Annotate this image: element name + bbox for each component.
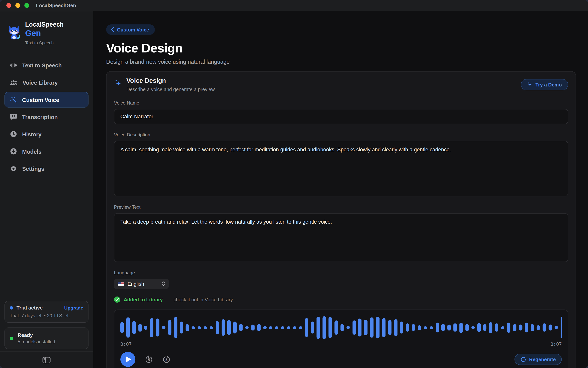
card-subtitle: Describe a voice and generate a preview	[126, 86, 521, 92]
upgrade-link[interactable]: Upgrade	[64, 305, 83, 311]
waveform-bar	[239, 324, 243, 331]
waveform-bar	[245, 326, 248, 329]
waveform-bar	[483, 324, 486, 331]
voice-description-label: Voice Description	[114, 132, 568, 138]
voice-name-input[interactable]	[114, 109, 568, 124]
waveform-bar	[471, 326, 475, 329]
waveform-bar	[144, 325, 147, 330]
sidebar-item-transcription[interactable]: Transcription	[4, 109, 88, 125]
engine-detail: 5 models installed	[18, 339, 55, 344]
waveform-bar	[442, 324, 445, 331]
waveform-bar	[382, 318, 385, 337]
waveform-bar	[120, 322, 124, 333]
preview-text-textarea[interactable]	[114, 213, 568, 262]
status-note: — check it out in Voice Library	[167, 297, 233, 302]
waveform-bar	[507, 322, 510, 333]
waveform-bar	[394, 319, 397, 336]
sidebar-item-settings[interactable]: Settings	[4, 161, 88, 177]
back-button[interactable]: Custom Voice	[106, 24, 155, 35]
language-value: English	[128, 281, 158, 287]
us-flag-icon	[118, 282, 124, 286]
play-icon	[125, 356, 132, 363]
audio-player: 0:07 0:07 5	[114, 310, 568, 368]
waveform-bar	[525, 322, 528, 332]
waveform-bar	[501, 326, 504, 329]
sidebar-item-history[interactable]: History	[4, 127, 88, 142]
waveform-bar	[352, 320, 356, 335]
skip-forward-5-button[interactable]: 5	[162, 355, 171, 363]
elapsed-time: 0:07	[120, 341, 132, 347]
regenerate-label: Regenerate	[529, 357, 556, 362]
regenerate-button[interactable]: Regenerate	[514, 354, 562, 365]
waveform-bar	[412, 324, 415, 331]
app-brand: LocalSpeech Gen Text to Speech	[0, 11, 93, 45]
zoom-window-button[interactable]	[24, 3, 29, 8]
magic-wand-icon	[10, 96, 17, 103]
waveform-bar	[358, 318, 362, 337]
waveform-bar	[186, 324, 189, 331]
sidebar-item-label: Text to Speech	[22, 62, 62, 69]
waveform-bar	[126, 317, 130, 338]
waveform-bar	[406, 323, 409, 331]
sidebar-item-text-to-speech[interactable]: Text to Speech	[4, 57, 88, 73]
waveform-bar	[436, 322, 439, 332]
waveform-bar	[459, 322, 463, 333]
waveform-bar	[549, 324, 552, 331]
close-window-button[interactable]	[6, 3, 11, 8]
waveform-bar	[376, 317, 379, 339]
titlebar: LocalSpeechGen	[0, 0, 588, 11]
brand-accent: Gen	[25, 28, 64, 38]
waveform-bar	[251, 324, 255, 331]
waveform-bar	[519, 324, 522, 331]
sidebar-nav: Text to Speech Voice Library Cus	[0, 57, 93, 177]
voice-description-textarea[interactable]	[114, 141, 568, 196]
sidebar-item-label: Models	[22, 148, 42, 155]
waveform-bar	[317, 316, 320, 339]
toggle-sidebar-icon[interactable]	[42, 357, 51, 363]
waveform-bar	[454, 323, 457, 331]
preview-text-label: Preview Text	[114, 205, 568, 210]
waveform-bar	[198, 326, 201, 329]
library-status-row: Added to Library — check it out in Voice…	[114, 296, 568, 303]
play-button[interactable]	[120, 352, 135, 367]
waveform-bar	[156, 318, 160, 337]
waveform-bar	[555, 326, 558, 329]
skip-back-5-button[interactable]: 5	[145, 355, 153, 363]
status-message: Added to Library	[124, 297, 163, 302]
waveform-bar	[346, 326, 350, 329]
waveform-bar	[495, 323, 498, 331]
sidebar-item-label: Voice Library	[23, 79, 58, 86]
waveform-bar	[281, 326, 284, 329]
waveform-bar	[275, 326, 278, 329]
refresh-icon	[521, 357, 526, 362]
chevron-left-icon	[111, 27, 114, 32]
waveform-icon	[10, 62, 17, 69]
trial-detail: Trial: 7 days left • 20 TTS left	[10, 313, 83, 318]
sparkles-icon	[527, 82, 532, 87]
minimize-window-button[interactable]	[15, 3, 20, 8]
sidebar-item-label: Transcription	[22, 114, 58, 120]
brand-name: LocalSpeech	[25, 21, 64, 28]
language-label: Language	[114, 270, 568, 275]
svg-text:5: 5	[148, 358, 150, 362]
waveform-bar	[257, 324, 261, 331]
waveform-bar	[233, 322, 237, 334]
waveform-bar	[513, 324, 516, 331]
skip-back-5-icon: 5	[145, 355, 153, 363]
svg-text:5: 5	[165, 358, 168, 362]
sidebar-item-voice-library[interactable]: Voice Library	[4, 75, 88, 90]
waveform-bar	[263, 326, 266, 329]
waveform-bar	[221, 319, 225, 336]
sidebar-item-custom-voice[interactable]: Custom Voice	[4, 92, 88, 108]
sidebar-item-models[interactable]: Models	[4, 144, 88, 159]
waveform-bar	[465, 324, 469, 331]
try-demo-button[interactable]: Try a Demo	[521, 79, 568, 90]
waveform-bar	[192, 326, 195, 329]
gear-icon	[10, 165, 17, 173]
clock-icon	[10, 130, 17, 138]
waveform[interactable]	[120, 315, 562, 340]
engine-status-card: Ready 5 models installed	[4, 328, 88, 349]
check-circle-icon	[114, 296, 120, 303]
language-select[interactable]: English	[114, 279, 169, 289]
waveform-bar	[162, 326, 165, 329]
